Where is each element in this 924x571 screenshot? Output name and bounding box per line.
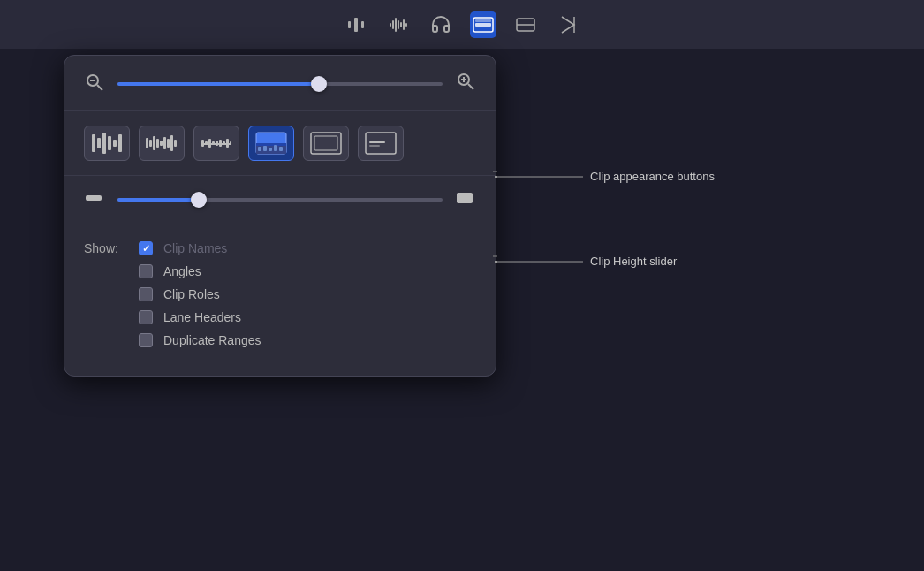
angles-label: Angles <box>163 264 201 278</box>
show-label: Show: <box>84 241 128 255</box>
svg-rect-24 <box>97 138 101 148</box>
svg-rect-36 <box>170 135 173 151</box>
clip-height-annotation: Clip Height slider <box>495 255 677 268</box>
svg-rect-55 <box>279 147 283 151</box>
appearance-btn-name-only[interactable] <box>358 126 404 161</box>
svg-rect-43 <box>216 141 218 146</box>
waveform-icon[interactable] <box>385 11 412 38</box>
svg-rect-39 <box>201 140 204 147</box>
svg-rect-32 <box>156 139 159 148</box>
clip-roles-checkbox[interactable] <box>139 287 153 301</box>
show-clip-roles-row: Clip Roles <box>84 287 476 301</box>
svg-rect-29 <box>146 138 148 148</box>
svg-rect-7 <box>400 22 402 27</box>
angles-checkbox[interactable] <box>139 264 153 278</box>
svg-rect-12 <box>475 19 491 22</box>
svg-rect-11 <box>475 23 491 27</box>
lane-headers-label: Lane Headers <box>163 310 241 324</box>
clip-names-checkbox[interactable] <box>139 241 153 255</box>
zoom-slider-fill <box>117 82 319 86</box>
svg-rect-9 <box>405 23 407 27</box>
svg-rect-44 <box>219 140 222 147</box>
appearance-btn-audio-medium[interactable] <box>139 126 185 161</box>
svg-rect-53 <box>269 148 272 151</box>
trim-icon[interactable] <box>555 11 581 38</box>
toolbar <box>0 0 924 49</box>
svg-rect-47 <box>230 141 231 145</box>
height-slider-section <box>64 176 496 225</box>
svg-rect-8 <box>403 19 405 30</box>
svg-rect-6 <box>398 20 399 29</box>
svg-rect-46 <box>226 139 229 148</box>
svg-rect-3 <box>390 23 391 27</box>
svg-rect-41 <box>208 139 211 148</box>
clip-appearance-popup: Show: Clip Names Angles Clip Roles Lane … <box>64 55 496 377</box>
svg-point-66 <box>495 261 497 263</box>
appearance-btn-video-only[interactable] <box>303 126 349 161</box>
timeline-icon[interactable] <box>512 11 539 38</box>
svg-rect-45 <box>223 141 225 145</box>
clip-appearance-label: Clip appearance buttons <box>590 170 715 183</box>
clip-height-label: Clip Height slider <box>590 255 677 268</box>
svg-rect-59 <box>369 141 385 143</box>
zoom-slider-section <box>64 56 496 111</box>
clip-appearance-toolbar-icon[interactable] <box>470 11 496 38</box>
svg-rect-52 <box>263 146 267 151</box>
svg-rect-27 <box>113 140 117 147</box>
svg-rect-25 <box>102 133 106 154</box>
lane-headers-checkbox[interactable] <box>139 310 153 324</box>
appearance-btn-audio-bars[interactable] <box>84 126 130 161</box>
svg-rect-42 <box>212 141 215 145</box>
svg-rect-26 <box>108 136 111 150</box>
svg-rect-2 <box>354 18 358 32</box>
svg-rect-23 <box>92 134 95 152</box>
height-slider-thumb[interactable] <box>191 192 207 208</box>
svg-rect-35 <box>167 139 170 148</box>
zoom-out-icon[interactable] <box>84 72 105 96</box>
svg-rect-5 <box>395 18 397 32</box>
svg-rect-33 <box>160 141 163 146</box>
appearance-btn-audio-small[interactable] <box>193 126 239 161</box>
height-small-icon <box>84 188 105 210</box>
show-duplicate-ranges-row: Duplicate Ranges <box>84 333 476 347</box>
svg-rect-51 <box>258 147 261 151</box>
zoom-slider-thumb[interactable] <box>311 76 327 92</box>
height-large-icon <box>455 188 476 210</box>
svg-rect-40 <box>205 141 208 145</box>
clip-roles-label: Clip Roles <box>163 287 220 301</box>
show-section: Show: Clip Names Angles Clip Roles Lane … <box>64 225 496 376</box>
zoom-slider[interactable] <box>117 82 443 86</box>
duplicate-ranges-label: Duplicate Ranges <box>163 333 261 347</box>
clip-names-label: Clip Names <box>163 241 227 255</box>
zoom-in-icon[interactable] <box>455 72 476 96</box>
svg-rect-30 <box>149 140 152 147</box>
appearance-btn-video-audio[interactable] <box>248 126 294 161</box>
headphone-icon[interactable] <box>428 11 454 38</box>
show-angles-row: Angles <box>84 264 476 278</box>
height-slider[interactable] <box>117 198 443 202</box>
svg-rect-57 <box>314 136 337 150</box>
show-clip-names-row: Show: Clip Names <box>84 241 476 255</box>
svg-line-17 <box>97 85 102 90</box>
height-slider-fill <box>117 198 199 202</box>
svg-rect-54 <box>274 145 277 151</box>
clip-appearance-annotation: Clip appearance buttons <box>495 170 715 183</box>
snap-icon[interactable] <box>343 11 369 38</box>
svg-rect-34 <box>163 137 166 149</box>
svg-point-64 <box>495 176 497 178</box>
svg-rect-62 <box>457 193 473 203</box>
svg-rect-37 <box>174 140 177 147</box>
svg-rect-4 <box>392 20 394 29</box>
show-lane-headers-row: Lane Headers <box>84 310 476 324</box>
clip-appearance-section <box>64 111 496 176</box>
svg-rect-50 <box>256 143 286 146</box>
svg-rect-28 <box>118 134 122 152</box>
svg-rect-61 <box>86 195 102 201</box>
svg-rect-31 <box>153 136 155 150</box>
svg-rect-1 <box>361 21 364 28</box>
svg-rect-60 <box>369 145 380 147</box>
duplicate-ranges-checkbox[interactable] <box>139 333 153 347</box>
svg-rect-0 <box>348 21 351 28</box>
svg-line-20 <box>468 84 473 89</box>
